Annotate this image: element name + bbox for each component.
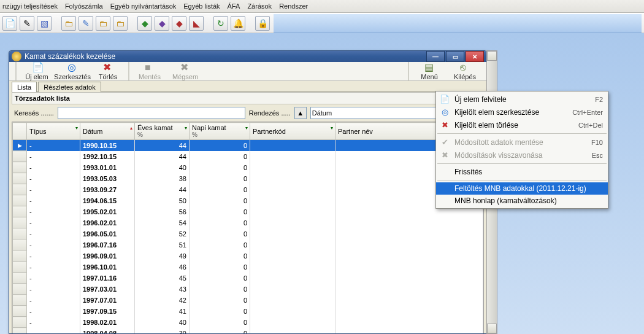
tool-book-purple-icon[interactable]: ◆ — [155, 16, 169, 31]
table-row[interactable]: -1992.10.15440 — [13, 151, 483, 162]
tool-refresh-icon[interactable]: ↻ — [213, 16, 228, 31]
tool-folder3-icon[interactable]: 🗀 — [113, 16, 128, 31]
tool-new-icon[interactable]: 📄 — [2, 16, 17, 31]
cell-eves: 49 — [135, 251, 190, 262]
row-indicator — [13, 217, 27, 228]
cell-datum: 1998.02.01 — [80, 317, 135, 328]
col-eveskamat[interactable]: Éves kamat▾% — [135, 123, 190, 140]
btn-torles[interactable]: ✖ Törlés — [90, 63, 126, 80]
globe-icon: ◎ — [67, 63, 77, 72]
table-row[interactable]: -1997.09.15410 — [13, 306, 483, 317]
col-napikamat[interactable]: Napi kamat▾% — [190, 123, 250, 140]
tab-reszletes[interactable]: Részletes adatok — [38, 82, 101, 92]
cell-partnernev — [335, 273, 483, 284]
menu-item-new[interactable]: 📄 Új elem felvitele F2 — [436, 93, 608, 106]
cell-tipus: - — [27, 239, 80, 251]
table-row[interactable]: -1998.04.08390 — [13, 328, 483, 335]
cell-tipus: - — [27, 328, 80, 335]
table-row[interactable]: -1996.05.01520 — [13, 228, 483, 239]
cell-partnerkod — [250, 328, 335, 335]
filter-row: Keresés ....... Rendezés ..... ▲ — [12, 104, 484, 122]
tool-tag-icon[interactable]: ◣ — [189, 16, 204, 31]
menu-item-refresh[interactable]: Frissítés — [436, 166, 608, 178]
tabstrip: Lista Részletes adatok — [9, 81, 486, 91]
cell-partnerkod — [250, 295, 335, 306]
cell-napi: 0 — [190, 328, 250, 335]
cell-tipus: - — [27, 273, 80, 284]
cell-eves: 56 — [135, 206, 190, 217]
btn-menu[interactable]: ▤ Menü — [412, 63, 447, 80]
btn-szerkesztes[interactable]: ◎ Szerkesztés — [55, 63, 90, 80]
menu-item-edit[interactable]: ◎ Kijelölt elem szerkesztése Ctrl+Enter — [436, 106, 608, 118]
menu-item-delete[interactable]: ✖ Kijelölt elem törlése Ctrl+Del — [436, 118, 608, 131]
close-button[interactable]: ✕ — [466, 51, 484, 62]
col-tipus[interactable]: Típus▾ — [27, 123, 80, 140]
table-row[interactable]: -1995.02.01560 — [13, 206, 483, 217]
btn-uj-elem[interactable]: 📄 Új elem — [19, 63, 55, 80]
cell-partnerkod — [250, 239, 335, 251]
cell-datum: 1996.09.01 — [80, 251, 135, 262]
tool-note-icon[interactable]: ✎ — [79, 16, 93, 31]
cell-napi: 0 — [190, 317, 250, 328]
row-indicator — [13, 328, 27, 335]
col-datum[interactable]: Dátum▴ — [80, 123, 135, 140]
row-indicator — [13, 228, 27, 239]
table-row[interactable]: -1994.06.15500 — [13, 195, 483, 206]
table-row[interactable]: -1998.02.01400 — [13, 317, 483, 328]
tool-doc-icon[interactable]: ▧ — [37, 16, 52, 31]
maximize-button[interactable]: ▭ — [446, 51, 464, 62]
menu-item-fill-mnb[interactable]: Feltöltés MNB adatokkal (2011.12.21-ig) — [436, 182, 608, 195]
table-row[interactable]: -1997.01.16450 — [13, 273, 483, 284]
cell-eves: 54 — [135, 217, 190, 228]
menu-penzugy[interactable]: nzügyi teljesítések — [2, 2, 58, 10]
tool-lock-icon[interactable]: 🔒 — [255, 16, 270, 31]
table-row[interactable]: -1997.07.01420 — [13, 295, 483, 306]
tool-book-green-icon[interactable]: ◆ — [137, 16, 152, 31]
cell-datum: 1997.09.15 — [80, 306, 135, 317]
cell-tipus: - — [27, 206, 80, 217]
titlebar[interactable]: Kamat százalékok kezelése — ▭ ✕ — [9, 51, 486, 62]
cell-partnernev — [335, 284, 483, 295]
col-partnerkod[interactable]: Partnerkód▾ — [250, 123, 335, 140]
menu-egyeb-nyilv[interactable]: Egyéb nyilvántartások — [110, 2, 177, 10]
btn-kilepes[interactable]: ⎋ Kilépés — [447, 63, 483, 80]
menu-egyeb-listak[interactable]: Egyéb listák — [183, 2, 220, 10]
main-menubar: nzügyi teljesítések Folyószámla Egyéb ny… — [0, 0, 644, 13]
minimize-button[interactable]: — — [426, 51, 445, 62]
table-row[interactable]: -1996.10.01460 — [13, 262, 483, 273]
sort-field-select[interactable] — [310, 107, 437, 119]
tool-book-red-icon[interactable]: ◆ — [172, 16, 186, 31]
menu-zarasok[interactable]: Zárások — [247, 2, 272, 10]
cell-napi: 0 — [190, 217, 250, 228]
table-row[interactable]: -1993.05.03380 — [13, 173, 483, 184]
cell-partnerkod — [250, 284, 335, 295]
cell-eves: 42 — [135, 295, 190, 306]
table-row[interactable]: -1996.02.01540 — [13, 217, 483, 228]
menu-afa[interactable]: ÁFA — [228, 2, 240, 10]
tab-lista[interactable]: Lista — [12, 82, 37, 92]
table-row[interactable]: -1996.09.01490 — [13, 251, 483, 262]
row-indicator — [13, 162, 27, 173]
menu-item-mnb-site[interactable]: MNB honlap (kamatváltozások) — [436, 195, 608, 207]
cell-eves: 40 — [135, 162, 190, 173]
search-input[interactable] — [58, 107, 245, 119]
table-row[interactable]: -1993.01.01400 — [13, 162, 483, 173]
table-row[interactable]: -1997.03.01430 — [13, 284, 483, 295]
exit-icon: ⎋ — [460, 63, 470, 72]
menu-rendszer[interactable]: Rendszer — [279, 2, 308, 10]
table-row[interactable]: ▶-1990.10.15440 — [13, 140, 483, 151]
tool-edit-icon[interactable]: ✎ — [20, 16, 34, 31]
cell-tipus: - — [27, 306, 80, 317]
data-grid[interactable]: Típus▾ Dátum▴ Éves kamat▾% Napi kamat▾% … — [12, 122, 484, 334]
list-panel: Törzsadatok lista Keresés ....... Rendez… — [12, 91, 484, 334]
cell-tipus: - — [27, 162, 80, 173]
tool-folder1-icon[interactable]: 🗀 — [61, 16, 76, 31]
tool-folder2-icon[interactable]: 🗀 — [96, 16, 110, 31]
sort-dir-button[interactable]: ▲ — [294, 107, 307, 119]
menu-folyoszamla[interactable]: Folyószámla — [65, 2, 103, 10]
table-row[interactable]: -1993.09.27440 — [13, 184, 483, 195]
cell-partnernev — [335, 306, 483, 317]
tool-bell-icon[interactable]: 🔔 — [231, 16, 245, 31]
cell-datum: 1996.10.01 — [80, 262, 135, 273]
table-row[interactable]: -1996.07.16510 — [13, 239, 483, 251]
